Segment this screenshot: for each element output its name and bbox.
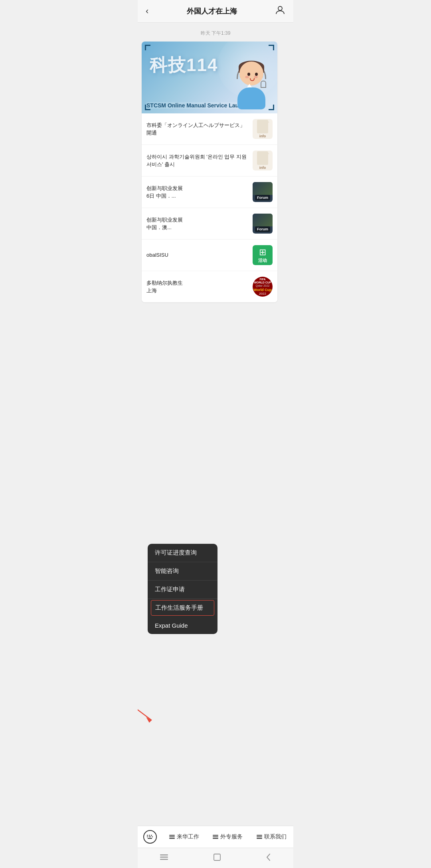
doc-icon (257, 151, 268, 165)
popup-item-consult[interactable]: 智能咨询 (148, 562, 217, 581)
news-list: 市科委「オンライン人工ヘルプサービス」開通 info 상하이시 과학기술위원회 … (142, 113, 277, 302)
nav-label-contact: 联系我们 (264, 833, 287, 840)
message-timestamp: 昨天 下午1:39 (138, 27, 293, 42)
nav-item-work-china[interactable]: 来华工作 (169, 833, 199, 840)
char-body (237, 87, 265, 109)
list-item[interactable]: 市科委「オンライン人工ヘルプサービス」開通 info (142, 113, 277, 145)
news-item-text: 多勒纳尔执教生上海 (146, 279, 249, 295)
news-thumbnail: ⊞ 活动 (253, 245, 273, 265)
system-home-button[interactable] (213, 853, 221, 862)
message-wrapper: 科技114 STCSM Online Manual Service Launch… (138, 42, 293, 306)
list-item[interactable]: 创新与职业发展中国．澳... Forum (142, 208, 277, 240)
list-item[interactable]: 创新与职业发展6日 中国．... Forum (142, 176, 277, 208)
system-menu-button[interactable] (160, 854, 168, 860)
system-nav-bar (138, 848, 293, 868)
banner-title-cn: 科技114 (150, 54, 218, 77)
menu-lines-icon (213, 835, 218, 839)
scan-corner-tr (269, 45, 274, 50)
list-item[interactable]: 多勒纳尔执教生上海 FIFAWORLD CUP Qatar 2022 World… (142, 271, 277, 302)
popup-item-license[interactable]: 许可证进度查询 (148, 544, 217, 562)
news-item-text: 市科委「オンライン人工ヘルプサービス」開通 (146, 121, 249, 137)
svg-rect-4 (149, 835, 150, 836)
char-eyes (247, 73, 258, 76)
list-item[interactable]: obalSISU ⊞ 活动 (142, 240, 277, 271)
profile-icon[interactable] (275, 5, 285, 18)
popup-menu[interactable]: 许可证进度查询 智能咨询 工作证申请 工作生活服务手册 Expat Guide (148, 544, 217, 634)
news-thumbnail: Forum (253, 182, 273, 202)
svg-rect-8 (152, 836, 153, 837)
nav-item-contact[interactable]: 联系我们 (257, 833, 287, 840)
svg-rect-13 (214, 854, 220, 860)
message-card[interactable]: 科技114 STCSM Online Manual Service Launch… (142, 42, 277, 302)
svg-line-1 (138, 702, 152, 720)
svg-rect-6 (147, 836, 148, 837)
char-blush-left (245, 76, 249, 78)
page-title: 外国人才在上海 (187, 6, 237, 16)
keyboard-icon (143, 830, 157, 844)
worldcup-badge: FIFAWORLD CUP Qatar 2022 World Cup 2022 (253, 277, 273, 297)
doc-icon (257, 120, 268, 133)
chat-area: 昨天 下午1:39 科技114 STCSM Online Manual Serv… (138, 23, 293, 826)
back-button[interactable]: ‹ (146, 6, 148, 16)
news-item-text: 상하이시 과학기술위원회 '온라인 업무 지원 서비스' 출시 (146, 153, 249, 168)
nav-label-work-china: 来华工作 (177, 833, 199, 840)
svg-rect-7 (149, 836, 151, 837)
news-item-text: obalSISU (146, 251, 249, 259)
top-nav-bar: ‹ 外国人才在上海 (138, 0, 293, 23)
news-thumbnail: info (253, 119, 273, 139)
cartoon-character (233, 61, 269, 109)
news-thumbnail: FIFAWORLD CUP Qatar 2022 World Cup 2022 (253, 277, 273, 297)
nav-label-expert-service: 外专服务 (220, 833, 243, 840)
menu-lines-icon (257, 835, 262, 839)
char-eye-right (255, 73, 258, 76)
bottom-nav-bar: 来华工作 外专服务 联系我们 (138, 826, 293, 848)
menu-lines-icon (169, 835, 175, 839)
svg-rect-12 (160, 859, 168, 860)
news-item-text: 创新与职业发展6日 中国．... (146, 184, 249, 200)
news-thumbnail: info (253, 151, 273, 170)
popup-item-work-permit[interactable]: 工作证申请 (148, 581, 217, 599)
char-mouth (250, 78, 255, 81)
keyboard-button[interactable] (138, 830, 162, 844)
arrow-indicator (138, 700, 156, 726)
scan-corner-br (269, 105, 274, 110)
bottom-nav-items: 来华工作 外专服务 联系我们 (162, 833, 293, 840)
svg-point-0 (278, 6, 282, 10)
popup-item-expat-guide[interactable]: Expat Guide (148, 617, 217, 634)
char-mic (261, 81, 266, 88)
svg-rect-9 (148, 838, 152, 839)
svg-rect-11 (160, 857, 168, 858)
nav-item-expert-service[interactable]: 外专服务 (213, 833, 243, 840)
svg-rect-5 (151, 835, 152, 836)
popup-item-service-guide[interactable]: 工作生活服务手册 (151, 600, 214, 616)
news-thumbnail: Forum (253, 214, 273, 234)
news-item-text: 创新与职业发展中国．澳... (146, 216, 249, 232)
char-eye-left (247, 73, 250, 76)
scan-corner-tl (145, 45, 150, 50)
list-item[interactable]: 상하이시 과학기술위원회 '온라인 업무 지원 서비스' 출시 info (142, 145, 277, 176)
svg-rect-3 (147, 835, 148, 836)
char-head (239, 61, 263, 85)
banner-image[interactable]: 科技114 STCSM Online Manual Service Launch… (142, 42, 277, 113)
svg-rect-10 (160, 854, 168, 856)
system-back-button[interactable] (266, 853, 271, 862)
